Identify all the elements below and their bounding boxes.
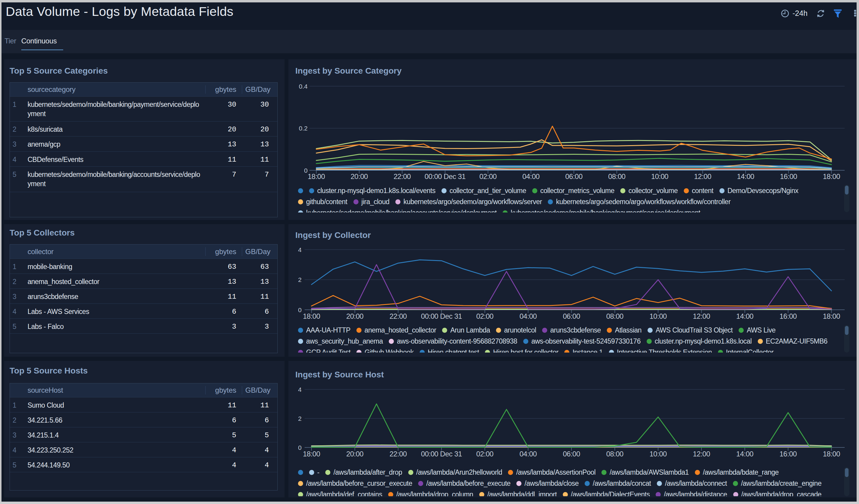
- svg-text:20:00: 20:00: [351, 172, 368, 180]
- svg-text:12:00: 12:00: [694, 172, 711, 180]
- svg-text:10:00: 10:00: [651, 172, 668, 180]
- svg-text:4: 4: [298, 386, 302, 393]
- svg-text:2: 2: [298, 276, 302, 283]
- svg-text:22:00: 22:00: [390, 450, 407, 458]
- svg-text:14:00: 14:00: [736, 450, 754, 458]
- svg-text:00:00 Dec 31: 00:00 Dec 31: [421, 312, 462, 320]
- svg-text:00:00 Dec 31: 00:00 Dec 31: [425, 172, 466, 180]
- svg-text:14:00: 14:00: [737, 172, 754, 180]
- svg-text:0: 0: [298, 306, 302, 313]
- svg-text:22:00: 22:00: [390, 312, 407, 320]
- svg-text:14:00: 14:00: [736, 312, 754, 320]
- svg-text:12:00: 12:00: [693, 312, 710, 320]
- svg-text:16:00: 16:00: [780, 450, 797, 458]
- svg-text:20:00: 20:00: [346, 312, 364, 320]
- svg-text:18:00: 18:00: [823, 450, 840, 458]
- svg-text:18:00: 18:00: [303, 450, 320, 458]
- svg-text:0.2: 0.2: [299, 125, 307, 132]
- svg-text:06:00: 06:00: [563, 312, 580, 320]
- svg-text:16:00: 16:00: [780, 312, 797, 320]
- svg-text:06:00: 06:00: [563, 450, 580, 458]
- svg-text:00:00 Dec 31: 00:00 Dec 31: [421, 450, 462, 458]
- svg-text:10:00: 10:00: [650, 450, 667, 458]
- svg-text:0.4: 0.4: [299, 83, 308, 90]
- svg-text:2: 2: [298, 415, 302, 422]
- svg-text:0: 0: [304, 167, 307, 174]
- svg-text:08:00: 08:00: [606, 312, 623, 320]
- svg-text:04:00: 04:00: [519, 312, 537, 320]
- svg-text:06:00: 06:00: [565, 172, 583, 180]
- svg-text:04:00: 04:00: [519, 450, 537, 458]
- svg-text:20:00: 20:00: [346, 450, 364, 458]
- svg-text:10:00: 10:00: [650, 312, 667, 320]
- svg-text:02:00: 02:00: [480, 172, 497, 180]
- svg-text:0: 0: [298, 444, 302, 451]
- svg-text:02:00: 02:00: [476, 450, 494, 458]
- svg-text:08:00: 08:00: [606, 450, 623, 458]
- svg-text:04:00: 04:00: [522, 172, 540, 180]
- svg-text:22:00: 22:00: [394, 172, 411, 180]
- svg-text:18:00: 18:00: [823, 312, 840, 320]
- svg-text:18:00: 18:00: [823, 172, 840, 180]
- svg-text:08:00: 08:00: [608, 172, 626, 180]
- svg-text:18:00: 18:00: [303, 312, 320, 320]
- svg-text:02:00: 02:00: [476, 312, 494, 320]
- svg-text:12:00: 12:00: [693, 450, 710, 458]
- svg-text:4: 4: [298, 246, 302, 253]
- svg-text:18:00: 18:00: [307, 172, 325, 180]
- svg-text:16:00: 16:00: [780, 172, 797, 180]
